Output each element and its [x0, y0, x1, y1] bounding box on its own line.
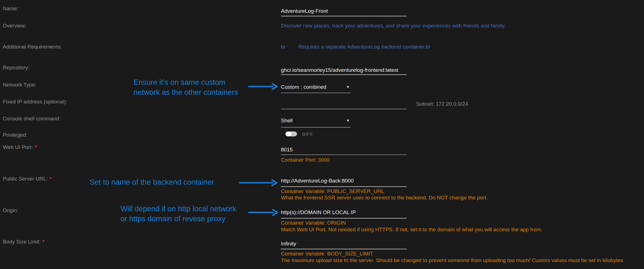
dropdown-caret-icon: ▼: [346, 85, 350, 89]
required-asterisk: *: [42, 239, 44, 245]
web-ui-port-help: Container Port: 3000: [281, 157, 329, 163]
origin-label: Origin:: [3, 207, 18, 214]
network-type-select-underline: [281, 93, 351, 93]
public-server-url-annotation-line1: Set to name of the backend container: [90, 177, 214, 187]
web-ui-port-input-underline: [281, 154, 407, 155]
network-type-label: Network Type:: [3, 82, 36, 88]
toggle-knob: [286, 132, 292, 136]
privileged-toggle-state: OFF: [302, 132, 313, 137]
body-size-limit-input-underline: [281, 249, 407, 249]
dropdown-caret-icon: ▼: [346, 118, 350, 123]
fixed-ip-label: Fixed IP address (optional):: [3, 99, 67, 105]
origin-variable: Container Variable: ORIGIN: [281, 220, 346, 226]
network-annotation: Ensure it's on same custom network as th…: [134, 77, 238, 97]
public-server-url-annotation: Set to name of the backend container: [90, 177, 214, 187]
additional-requirements-label: Additional Requirements:: [3, 44, 62, 50]
annotation-arrow-icon: [248, 209, 279, 216]
public-server-url-variable: Container Variable: PUBLIC_SERVER_URL: [281, 188, 384, 194]
required-asterisk: *: [35, 144, 37, 150]
fixed-ip-input-underline: [281, 109, 407, 109]
origin-input-underline: [281, 218, 407, 219]
web-ui-port-label: Web UI Port:*: [3, 144, 37, 150]
repository-label: Repository:: [3, 65, 29, 71]
subnet-note: Subnet: 172.20.0.0/24: [416, 101, 468, 107]
public-server-url-label: Public Server URL:*: [3, 176, 52, 182]
repository-input-underline: [281, 74, 407, 75]
annotation-arrow-icon: [239, 179, 278, 186]
origin-annotation-line1: Will depend if on http local network: [120, 204, 236, 214]
web-ui-port-input[interactable]: 8015: [281, 147, 293, 153]
additional-requirements-prefix: br: [281, 44, 286, 50]
name-input-underline: [281, 16, 407, 16]
repository-input[interactable]: ghcr.io/seanmorley15/adventurelog-fronte…: [281, 67, 407, 73]
body-size-limit-help: The maximum upload size to the server. S…: [281, 257, 625, 263]
public-server-url-help: What the frontend SSR server uses to con…: [281, 195, 487, 201]
console-shell-select-underline: [281, 127, 351, 128]
origin-input[interactable]: http(s)://DOMAIN OR LOCAL IP: [281, 209, 356, 215]
privileged-label: Privileged:: [3, 132, 27, 138]
origin-help: Match Web UI Port. Not needed if using H…: [281, 227, 542, 233]
required-asterisk: *: [50, 176, 52, 182]
network-annotation-line1: Ensure it's on same custom: [134, 77, 238, 87]
annotation-arrow-icon: [248, 83, 278, 90]
name-input[interactable]: AdventureLog-Front: [281, 8, 328, 14]
privileged-toggle[interactable]: [285, 131, 297, 136]
public-server-url-input[interactable]: http://AdventureLog-Back:8000: [281, 178, 354, 184]
console-shell-select[interactable]: Shell: [281, 118, 293, 124]
body-size-limit-label: Body Size Limit:*: [3, 239, 45, 245]
network-type-select[interactable]: Custom : combined: [281, 84, 326, 90]
public-server-url-input-underline: [281, 186, 407, 187]
additional-requirements-text: Requires a separate AdventureLog backend…: [298, 44, 430, 50]
overview-text: Discover new places, track your adventur…: [281, 23, 506, 29]
console-shell-command-label: Console shell command:: [3, 116, 61, 122]
name-label: Name:: [3, 6, 18, 12]
network-annotation-line2: network as the other containers: [134, 87, 238, 97]
body-size-limit-variable: Container Variable: BODY_SIZE_LIMIT: [281, 251, 373, 257]
origin-annotation: Will depend if on http local network or …: [120, 204, 236, 224]
overview-label: Overview:: [3, 23, 26, 29]
origin-annotation-line2: or https domain of revese proxy: [120, 214, 236, 224]
body-size-limit-input[interactable]: Infinity: [281, 241, 296, 247]
container-settings-form: Name: Overview: Additional Requirements:…: [0, 0, 644, 269]
